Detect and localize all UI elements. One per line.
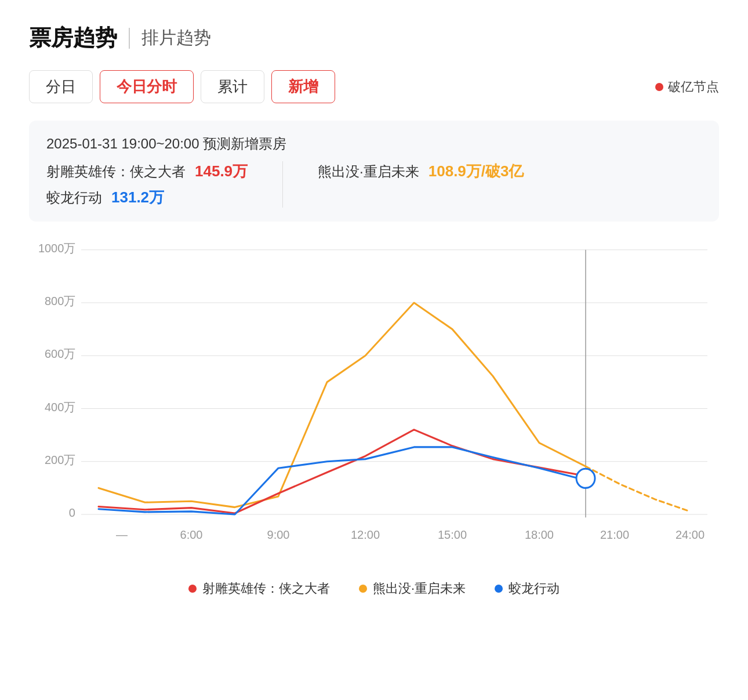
info-row-0: 射雕英雄传：侠之大者 145.9万 — [46, 161, 248, 182]
movie-value-1: 131.2万 — [111, 187, 164, 208]
movie-value-right-0: 108.9万/破3亿 — [429, 161, 524, 182]
main-chart: 1000万 800万 600万 400万 200万 0 — 6:00 9:00 … — [29, 238, 719, 563]
legend-item-red: 射雕英雄传：侠之大者 — [188, 580, 330, 597]
svg-text:600万: 600万 — [45, 347, 75, 360]
page-header: 票房趋势 排片趋势 — [29, 23, 719, 53]
svg-point-21 — [576, 469, 595, 488]
page-title: 票房趋势 — [29, 23, 117, 53]
svg-text:24:00: 24:00 — [676, 528, 705, 541]
svg-text:1000万: 1000万 — [38, 242, 75, 255]
svg-text:6:00: 6:00 — [180, 528, 203, 541]
tab-新增[interactable]: 新增 — [271, 70, 335, 103]
movie-label-right-0: 熊出没·重启未来 — [318, 162, 419, 181]
info-col-left: 射雕英雄传：侠之大者 145.9万 蛟龙行动 131.2万 — [46, 161, 248, 208]
legend-dot-red — [188, 585, 197, 593]
tabs-bar: 分日 今日分时 累计 新增 破亿节点 — [29, 70, 719, 103]
chart-legend: 射雕英雄传：侠之大者 熊出没·重启未来 蛟龙行动 — [29, 580, 719, 597]
svg-text:200万: 200万 — [45, 454, 75, 466]
legend-item-orange: 熊出没·重启未来 — [359, 580, 466, 597]
svg-text:800万: 800万 — [45, 295, 75, 307]
info-rows: 射雕英雄传：侠之大者 145.9万 蛟龙行动 131.2万 熊出没·重启未来 1… — [46, 161, 702, 208]
movie-value-0: 145.9万 — [195, 161, 248, 182]
info-time: 2025-01-31 19:00~20:00 预测新增票房 — [46, 135, 702, 153]
svg-text:0: 0 — [69, 506, 75, 519]
svg-text:15:00: 15:00 — [438, 528, 467, 541]
info-row-right-0: 熊出没·重启未来 108.9万/破3亿 — [318, 161, 524, 182]
chart-area: 1000万 800万 600万 400万 200万 0 — 6:00 9:00 … — [29, 238, 719, 563]
legend-破亿节点: 破亿节点 — [655, 78, 719, 96]
legend-label-blue: 蛟龙行动 — [509, 580, 560, 597]
svg-text:18:00: 18:00 — [525, 528, 554, 541]
svg-text:—: — — [116, 528, 128, 541]
legend-dot-red — [655, 83, 663, 91]
chart-container: 1000万 800万 600万 400万 200万 0 — 6:00 9:00 … — [29, 238, 719, 563]
info-col-right: 熊出没·重启未来 108.9万/破3亿 — [318, 161, 524, 208]
info-col-divider — [282, 161, 283, 208]
legend-label-orange: 熊出没·重启未来 — [373, 580, 466, 597]
svg-text:21:00: 21:00 — [600, 528, 629, 541]
header-divider — [129, 28, 130, 49]
svg-text:12:00: 12:00 — [351, 528, 380, 541]
legend-dot-orange — [359, 585, 367, 593]
sub-title: 排片趋势 — [141, 26, 211, 50]
legend-item-blue: 蛟龙行动 — [495, 580, 560, 597]
tab-分日[interactable]: 分日 — [29, 70, 93, 103]
tab-累计[interactable]: 累计 — [201, 70, 264, 103]
legend-dot-blue — [495, 585, 503, 593]
info-box: 2025-01-31 19:00~20:00 预测新增票房 射雕英雄传：侠之大者… — [29, 121, 719, 222]
tab-今日分时[interactable]: 今日分时 — [100, 70, 194, 103]
svg-text:9:00: 9:00 — [267, 528, 290, 541]
legend-label-red: 射雕英雄传：侠之大者 — [202, 580, 330, 597]
info-row-1: 蛟龙行动 131.2万 — [46, 187, 248, 208]
movie-label-0: 射雕英雄传：侠之大者 — [46, 162, 186, 181]
svg-text:400万: 400万 — [45, 400, 75, 413]
movie-label-1: 蛟龙行动 — [46, 188, 102, 207]
legend-label: 破亿节点 — [668, 78, 719, 96]
